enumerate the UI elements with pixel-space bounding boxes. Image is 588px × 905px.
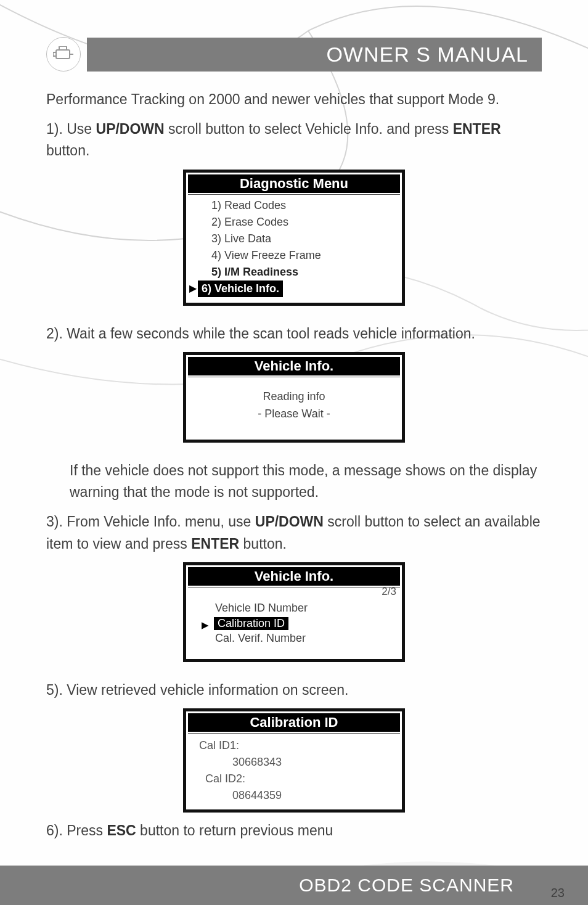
esc-label: ESC — [107, 822, 136, 838]
menu-item: 4) View Freeze Frame — [193, 247, 395, 264]
lcd-title: Diagnostic Menu — [188, 174, 400, 193]
lcd-screen-reading-info: Vehicle Info. Reading info - Please Wait… — [183, 352, 405, 442]
step-5-text: 5). View retrieved vehicle information o… — [46, 679, 542, 702]
selection-triangle-icon: ▶ — [189, 282, 197, 294]
svg-rect-1 — [53, 52, 56, 56]
step-1-text: 1). Use UP/DOWN scroll button to select … — [46, 118, 542, 162]
engine-icon — [46, 37, 81, 72]
step-3-text: 3). From Vehicle Info. menu, use UP/DOWN… — [46, 511, 542, 555]
menu-item: Vehicle ID Number — [203, 600, 394, 617]
step-6-text: 6). Press ESC button to return previous … — [46, 820, 542, 842]
cal-id2-label: Cal ID2: — [199, 771, 394, 787]
step-2-text: 2). Wait a few seconds while the scan to… — [46, 323, 542, 345]
enter-label: ENTER — [191, 536, 239, 552]
lcd-screen-calibration-id: Calibration ID Cal ID1: 30668343 Cal ID2… — [183, 708, 405, 813]
page-footer: OBD2 CODE SCANNER — [0, 866, 588, 905]
page-title-bar: OWNER S MANUAL — [87, 38, 542, 72]
menu-item-selected: ▶ Calibration ID — [203, 617, 394, 630]
svg-rect-2 — [59, 46, 67, 50]
selection-triangle-icon: ▶ — [202, 620, 209, 631]
note-text: If the vehicle does not support this mod… — [46, 460, 542, 504]
reading-line-1: Reading info — [188, 388, 400, 406]
cal-id1-label: Cal ID1: — [199, 737, 394, 754]
menu-item: 1) Read Codes — [193, 197, 395, 214]
lcd-screen-diagnostic-menu: Diagnostic Menu 1) Read Codes 2) Erase C… — [183, 170, 405, 306]
menu-item: Cal. Verif. Number — [203, 630, 394, 647]
page-header: OWNER S MANUAL — [46, 37, 542, 72]
cal-id1-value: 30668343 — [199, 754, 394, 771]
footer-title: OBD2 CODE SCANNER — [299, 875, 514, 896]
updown-label: UP/DOWN — [255, 514, 324, 530]
menu-item-selected: ▶ 6) Vehicle Info. — [193, 281, 395, 297]
menu-item: 3) Live Data — [193, 231, 395, 247]
reading-line-2: - Please Wait - — [188, 406, 400, 423]
cal-id2-value: 08644359 — [199, 787, 394, 804]
lcd-title: Vehicle Info. 2/3 — [188, 567, 400, 586]
enter-label: ENTER — [453, 121, 501, 137]
intro-text: Performance Tracking on 2000 and newer v… — [46, 89, 542, 111]
lcd-title: Calibration ID — [188, 713, 400, 732]
menu-item: 2) Erase Codes — [193, 214, 395, 231]
updown-label: UP/DOWN — [96, 121, 165, 137]
page-count: 2/3 — [382, 585, 396, 599]
menu-item: 5) I/M Readiness — [193, 264, 395, 281]
svg-rect-0 — [56, 50, 70, 59]
page-number: 23 — [551, 886, 565, 900]
lcd-title: Vehicle Info. — [188, 357, 400, 375]
lcd-screen-vehicle-info-menu: Vehicle Info. 2/3 Vehicle ID Number ▶ Ca… — [183, 562, 405, 661]
page-title: OWNER S MANUAL — [326, 43, 528, 66]
